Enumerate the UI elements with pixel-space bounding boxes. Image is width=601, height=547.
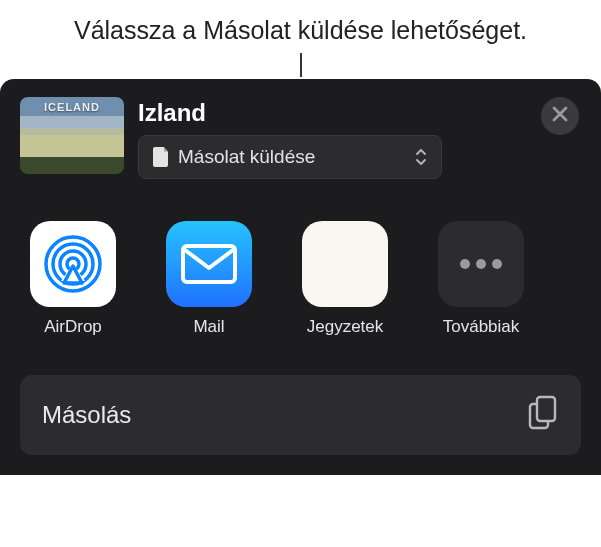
action-label: Másolás bbox=[42, 401, 131, 429]
close-button[interactable] bbox=[541, 97, 579, 135]
dropdown-label: Másolat küldése bbox=[178, 146, 407, 168]
app-label: Továbbiak bbox=[443, 317, 520, 337]
document-icon bbox=[153, 147, 170, 167]
copy-action[interactable]: Másolás bbox=[20, 375, 581, 455]
svg-rect-4 bbox=[183, 246, 235, 282]
svg-point-6 bbox=[476, 259, 486, 269]
chevron-up-down-icon bbox=[415, 148, 427, 166]
notes-icon bbox=[302, 221, 388, 307]
copy-icon bbox=[527, 395, 559, 435]
app-label: AirDrop bbox=[44, 317, 102, 337]
sheet-header: ICELAND Izland Másolat küldése bbox=[0, 79, 601, 179]
title-column: Izland Másolat küldése bbox=[138, 97, 581, 179]
share-app-more[interactable]: Továbbiak bbox=[438, 221, 524, 337]
document-title: Izland bbox=[138, 99, 581, 127]
app-label: Jegyzetek bbox=[307, 317, 384, 337]
app-label: Mail bbox=[193, 317, 224, 337]
share-app-notes[interactable]: Jegyzetek bbox=[302, 221, 388, 337]
callout-leader-line bbox=[300, 53, 302, 77]
mail-icon bbox=[166, 221, 252, 307]
more-icon bbox=[438, 221, 524, 307]
share-app-airdrop[interactable]: AirDrop bbox=[30, 221, 116, 337]
share-sheet: ICELAND Izland Másolat küldése bbox=[0, 79, 601, 475]
airdrop-icon bbox=[30, 221, 116, 307]
svg-point-7 bbox=[492, 259, 502, 269]
document-thumbnail: ICELAND bbox=[20, 97, 124, 174]
thumbnail-caption: ICELAND bbox=[44, 101, 100, 113]
close-icon bbox=[551, 105, 569, 127]
share-app-mail[interactable]: Mail bbox=[166, 221, 252, 337]
callout-text: Válassza a Másolat küldése lehetőséget. bbox=[0, 0, 601, 53]
svg-rect-9 bbox=[537, 397, 555, 421]
send-copy-dropdown[interactable]: Másolat küldése bbox=[138, 135, 442, 179]
svg-point-5 bbox=[460, 259, 470, 269]
share-apps-row: AirDrop Mail Jegyzetek bbox=[0, 179, 601, 349]
